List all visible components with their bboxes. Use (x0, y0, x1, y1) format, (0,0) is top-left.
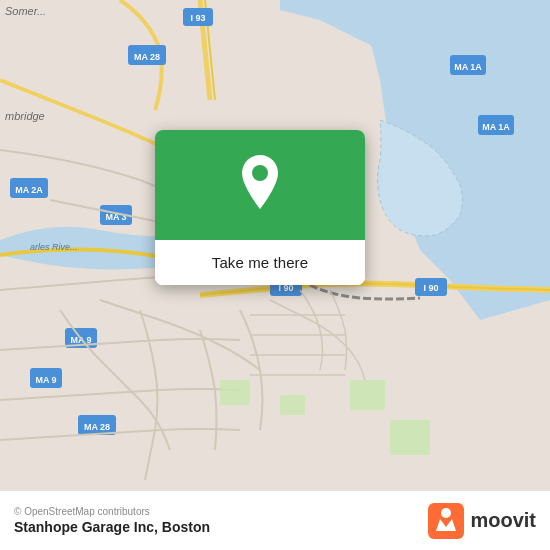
svg-text:MA 1A: MA 1A (482, 122, 510, 132)
moovit-logo: moovit (428, 503, 536, 539)
svg-point-34 (252, 165, 268, 181)
svg-rect-31 (280, 395, 305, 415)
svg-text:arles Rive...: arles Rive... (30, 242, 78, 252)
svg-point-36 (441, 508, 451, 518)
svg-text:I 93: I 93 (190, 13, 205, 23)
svg-text:MA 28: MA 28 (84, 422, 110, 432)
location-popup: Take me there (155, 130, 365, 285)
take-me-there-button[interactable]: Take me there (155, 240, 365, 285)
copyright-text: © OpenStreetMap contributors (14, 506, 210, 517)
svg-rect-33 (390, 420, 430, 455)
svg-text:MA 2A: MA 2A (15, 185, 43, 195)
footer-bar: © OpenStreetMap contributors Stanhope Ga… (0, 490, 550, 550)
svg-text:I 90: I 90 (423, 283, 438, 293)
popup-green-header (155, 130, 365, 240)
map-area: I 93 MA 2A MA 3 MA 28 MA 1A MA 1A I 90 I… (0, 0, 550, 490)
svg-text:MA 28: MA 28 (134, 52, 160, 62)
location-pin-icon (236, 155, 284, 215)
moovit-brand-icon (428, 503, 464, 539)
moovit-text: moovit (470, 509, 536, 532)
footer-left: © OpenStreetMap contributors Stanhope Ga… (14, 506, 210, 535)
svg-rect-30 (220, 380, 250, 405)
location-title: Stanhope Garage Inc, Boston (14, 519, 210, 535)
svg-text:Somer...: Somer... (5, 5, 46, 17)
svg-text:MA 9: MA 9 (35, 375, 56, 385)
svg-text:MA 1A: MA 1A (454, 62, 482, 72)
svg-rect-32 (350, 380, 385, 410)
svg-text:mbridge: mbridge (5, 110, 45, 122)
